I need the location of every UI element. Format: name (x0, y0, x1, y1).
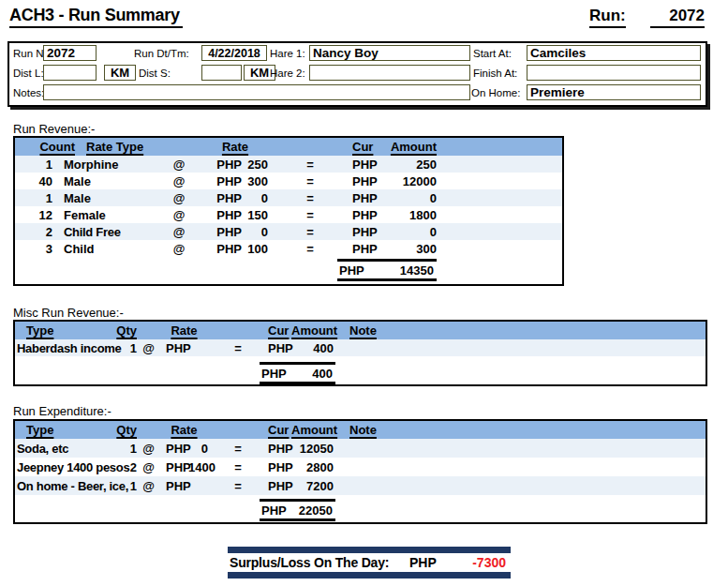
cell-amount: 7200 (291, 479, 334, 493)
total-cur: PHP (261, 503, 287, 518)
header-type: Type (15, 423, 104, 437)
cell-rate-cur: PHP (202, 225, 242, 239)
surplus-amount: -7300 (472, 555, 506, 570)
header-type: Type (15, 323, 104, 338)
cell-cur: PHP (352, 242, 382, 256)
cell-rate-type: Child (52, 242, 156, 256)
equals-symbol: = (208, 341, 268, 355)
dist-s-input[interactable] (201, 65, 242, 81)
header-cur: Cur (268, 323, 291, 338)
finish-at-input[interactable] (527, 65, 701, 81)
run-dt-input[interactable]: 4/22/2018 (201, 45, 267, 61)
cell-rate: 300 (242, 174, 268, 188)
header-qty: Qty (104, 323, 137, 338)
cell-cur: PHP (352, 158, 382, 172)
table-row: 12 Female @ PHP 150 = PHP 1800 (15, 206, 562, 223)
hare2-input[interactable] (309, 65, 470, 81)
cell-cur: PHP (268, 341, 291, 355)
cell-cur: PHP (268, 479, 291, 493)
header-qty: Qty (104, 423, 137, 437)
cell-rate-type: Male (52, 191, 156, 205)
run-expenditure-total: PHP 22050 (260, 499, 335, 521)
header-rate: Rate (202, 140, 268, 154)
run-expenditure-header-row: Type Qty Rate Cur Amount Note (15, 421, 706, 439)
total-amount: 22050 (299, 503, 333, 518)
cell-rate-type: Child Free (52, 225, 156, 239)
cell-amount: 300 (382, 242, 437, 256)
run-no-input[interactable]: 2072 (43, 45, 97, 61)
run-number: 2072 (650, 7, 705, 28)
cell-count: 3 (15, 242, 52, 256)
total-cur: PHP (339, 263, 364, 278)
cell-qty: 1 (104, 341, 137, 355)
cell-cur: PHP (352, 174, 382, 188)
run-revenue-table: Count Rate Type Rate Cur Amount 1 Morphi… (13, 136, 564, 286)
dist-s-label: Dist S: (139, 68, 171, 79)
dist-l-label: Dist L: (13, 68, 44, 79)
cell-cur: PHP (352, 191, 382, 205)
cell-type: On home - Beer, ice, (15, 479, 104, 493)
header-note: Note (334, 423, 427, 437)
cell-count: 12 (15, 208, 52, 222)
cell-rate-cur: PHP (202, 208, 242, 222)
misc-revenue-section-label: Misc Run Revenue:- (13, 306, 124, 320)
table-row: 1 Male @ PHP 0 = PHP 0 (15, 189, 562, 206)
total-amount: 400 (312, 367, 333, 381)
cell-type: Jeepney 1400 pesos (15, 460, 104, 474)
at-symbol: @ (137, 479, 160, 493)
cell-count: 2 (15, 225, 52, 239)
cell-type: Soda, etc (15, 442, 104, 456)
header-note: Note (334, 323, 427, 338)
start-at-input[interactable]: Camciles (527, 45, 701, 61)
surplus-top-bar (228, 547, 511, 553)
at-symbol: @ (137, 442, 160, 456)
start-at-label: Start At: (473, 48, 512, 59)
cell-cur: PHP (352, 225, 382, 239)
cell-qty: 1 (104, 442, 137, 456)
header-amount: Amount (291, 323, 334, 338)
at-symbol: @ (156, 174, 202, 188)
cell-amount: 0 (382, 191, 437, 205)
cell-amount: 0 (382, 225, 437, 239)
equals-symbol: = (268, 225, 352, 239)
at-symbol: @ (156, 191, 202, 205)
cell-rate: 0 (242, 191, 268, 205)
table-row: Jeepney 1400 pesos 2 @ PHP 1400 = PHP 28… (15, 458, 706, 476)
hare1-input[interactable]: Nancy Boy (309, 45, 470, 61)
table-row: 1 Morphine @ PHP 250 = PHP 250 (15, 156, 562, 173)
cell-rate-cur: PHP (202, 242, 242, 256)
total-amount: 14350 (400, 263, 434, 278)
surplus-label: Surplus/Loss On The Day: (230, 555, 389, 570)
cell-rate: 1400 (188, 460, 208, 474)
dist-l-input[interactable] (43, 65, 97, 81)
table-row: On home - Beer, ice, 1 @ PHP = PHP 7200 (15, 476, 706, 495)
dist-l-unit-box: KM (104, 65, 136, 81)
header-rate-type: Rate Type (75, 140, 165, 154)
header-cur: Cur (268, 423, 291, 437)
cell-count: 40 (15, 174, 52, 188)
cell-amount: 12000 (382, 174, 437, 188)
surplus-cur: PHP (409, 555, 437, 570)
notes-input[interactable] (43, 84, 470, 100)
on-home-input[interactable]: Premiere (527, 84, 701, 100)
equals-symbol: = (208, 460, 268, 474)
cell-cur: PHP (268, 460, 291, 474)
cell-cur: PHP (268, 442, 291, 456)
equals-symbol: = (268, 174, 352, 188)
at-symbol: @ (156, 208, 202, 222)
cell-rate-cur: PHP (202, 174, 242, 188)
cell-amount: 2800 (291, 460, 334, 474)
notes-label: Notes: (13, 87, 44, 98)
table-row: 2 Child Free @ PHP 0 = PHP 0 (15, 223, 562, 240)
misc-revenue-table: Type Qty Rate Cur Amount Note Haberdash … (13, 320, 707, 386)
equals-symbol: = (268, 208, 352, 222)
header-rate: Rate (160, 423, 208, 437)
table-row: 40 Male @ PHP 300 = PHP 12000 (15, 173, 562, 189)
page-title: ACH3 - Run Summary (9, 6, 183, 28)
table-row: Soda, etc 1 @ PHP 0 = PHP 12050 (15, 439, 706, 458)
run-dt-label: Run Dt/Tm: (134, 48, 189, 59)
cell-rate-cur: PHP (202, 158, 242, 172)
misc-revenue-header-row: Type Qty Rate Cur Amount Note (15, 322, 706, 339)
run-details-panel: Run No: 2072 Run Dt/Tm: 4/22/2018 Hare 1… (7, 41, 707, 107)
cell-amount: 12050 (291, 442, 334, 456)
